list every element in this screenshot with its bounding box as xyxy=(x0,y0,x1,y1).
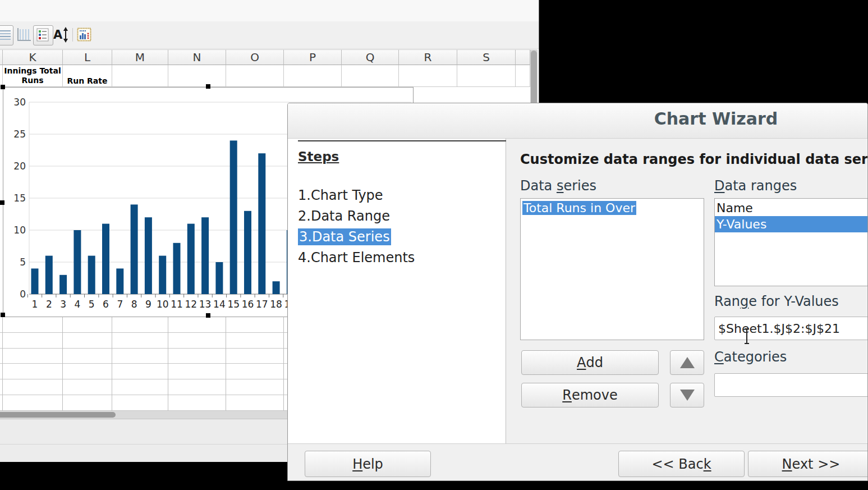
back-button[interactable]: << Back xyxy=(618,451,745,477)
help-button[interactable]: Help xyxy=(305,451,431,477)
svg-text:11: 11 xyxy=(171,299,183,310)
column-header-L[interactable]: L xyxy=(63,49,112,65)
steps-heading: Steps xyxy=(298,149,339,164)
steps-panel xyxy=(288,139,506,443)
cell[interactable] xyxy=(516,65,530,87)
grid-line xyxy=(112,317,112,411)
cell[interactable] xyxy=(226,65,284,87)
svg-text:4: 4 xyxy=(74,299,80,310)
svg-text:7: 7 xyxy=(117,299,123,310)
column-header-O[interactable]: O xyxy=(226,49,284,65)
selection-handle[interactable] xyxy=(1,85,5,89)
cell[interactable] xyxy=(284,65,342,87)
grid-line xyxy=(2,317,3,411)
column-header-Q[interactable]: Q xyxy=(342,49,399,65)
selection-handle[interactable] xyxy=(0,200,4,205)
svg-text:12: 12 xyxy=(185,299,197,310)
svg-text:6: 6 xyxy=(103,299,109,310)
text-cursor xyxy=(742,328,751,345)
selection-handle[interactable] xyxy=(206,313,210,318)
steps-list: 1.Chart Type2.Data Range3.Data Series4.C… xyxy=(298,185,415,268)
text-scale-button[interactable]: A xyxy=(52,25,71,44)
horizontal-grids-icon xyxy=(0,26,13,45)
svg-text:14: 14 xyxy=(213,299,226,310)
svg-text:16: 16 xyxy=(242,299,254,310)
data-series-item[interactable]: Total Runs in Over xyxy=(522,200,704,217)
column-header-R[interactable]: R xyxy=(399,49,457,65)
column-header-K[interactable]: K xyxy=(3,49,63,65)
page-heading: Customize data ranges for individual dat… xyxy=(520,152,868,167)
grid-line xyxy=(62,317,63,411)
svg-text:8: 8 xyxy=(131,299,137,310)
svg-text:1: 1 xyxy=(32,299,38,310)
column-header-S[interactable]: S xyxy=(457,49,516,65)
selection-handle[interactable] xyxy=(1,313,5,317)
data-ranges-listbox[interactable]: NameY-Values xyxy=(714,198,868,286)
range-for-y-values-input[interactable] xyxy=(714,317,868,340)
svg-text:15: 15 xyxy=(227,299,240,310)
dialog-titlebar[interactable]: Chart Wizard xyxy=(288,103,867,139)
cell[interactable] xyxy=(399,65,457,87)
cell[interactable] xyxy=(342,65,399,87)
down-arrow-icon xyxy=(679,388,696,402)
remove-button[interactable]: Remove xyxy=(521,383,659,407)
svg-text:5: 5 xyxy=(20,257,26,268)
menubar-area xyxy=(0,0,539,22)
data-range-item-name[interactable]: Name xyxy=(715,200,868,216)
chart-edit-toolbar: A xyxy=(0,21,539,49)
data-series-listbox[interactable]: Total Runs in Over xyxy=(520,198,704,340)
grid-line xyxy=(283,317,284,411)
move-up-button[interactable] xyxy=(670,350,704,375)
up-arrow-icon xyxy=(679,356,696,369)
legend-icon xyxy=(34,26,52,44)
step-item-2[interactable]: 2.Data Range xyxy=(298,206,415,227)
categories-input[interactable] xyxy=(714,373,868,397)
svg-text:2: 2 xyxy=(46,299,52,310)
chart-type-button[interactable] xyxy=(75,25,94,44)
text-scale-icon: A xyxy=(52,25,71,44)
horizontal-grids-button[interactable] xyxy=(0,25,13,45)
vertical-grids-button[interactable] xyxy=(15,25,34,44)
cell[interactable] xyxy=(168,65,226,87)
svg-text:25: 25 xyxy=(13,129,26,140)
steps-rule xyxy=(298,140,506,141)
step-item-1[interactable]: 1.Chart Type xyxy=(298,185,415,206)
selection-handle[interactable] xyxy=(206,84,210,89)
step-item-3[interactable]: 3.Data Series xyxy=(298,227,415,248)
chart-wizard-dialog: Chart Wizard Steps 1.Chart Type2.Data Ra… xyxy=(287,103,868,481)
data-range-item-y-values[interactable]: Y-Values xyxy=(715,216,868,232)
range-for-y-values-label: Range for Y-Values xyxy=(714,294,839,309)
cell-L1[interactable]: Run Rate xyxy=(63,65,112,87)
svg-text:9: 9 xyxy=(145,299,151,310)
column-header-N[interactable]: N xyxy=(168,49,226,65)
horizontal-scrollbar-thumb[interactable] xyxy=(0,412,116,418)
column-header-P[interactable]: P xyxy=(284,49,342,65)
column-header-M[interactable]: M xyxy=(112,49,168,65)
svg-text:5: 5 xyxy=(89,299,95,310)
data-series-label: Data series xyxy=(520,178,596,194)
chart-type-icon xyxy=(75,25,94,44)
svg-text:18: 18 xyxy=(270,299,282,310)
cell[interactable] xyxy=(457,65,516,87)
svg-text:3: 3 xyxy=(60,299,66,310)
svg-text:A: A xyxy=(53,28,63,42)
toolbar-separator xyxy=(72,28,73,42)
categories-label: Categories xyxy=(714,349,787,365)
add-button[interactable]: Add xyxy=(521,350,659,375)
column-header-partial[interactable] xyxy=(516,49,530,65)
grid-line xyxy=(226,317,226,411)
dialog-title: Chart Wizard xyxy=(654,109,778,129)
svg-text:15: 15 xyxy=(13,193,26,204)
grid-line xyxy=(168,317,168,411)
next-button[interactable]: Next >> xyxy=(748,451,868,477)
cell[interactable] xyxy=(112,65,168,87)
cell-K1[interactable]: Innings Total Runs xyxy=(3,65,63,87)
data-ranges-label: Data ranges xyxy=(714,178,797,194)
move-down-button[interactable] xyxy=(670,383,704,407)
legend-toggle-button[interactable] xyxy=(33,25,53,45)
svg-text:10: 10 xyxy=(13,225,26,236)
step-item-4[interactable]: 4.Chart Elements xyxy=(298,248,415,268)
svg-text:17: 17 xyxy=(256,299,268,310)
column-headers: KLMNOPQRS xyxy=(0,49,530,65)
svg-text:30: 30 xyxy=(13,97,26,108)
